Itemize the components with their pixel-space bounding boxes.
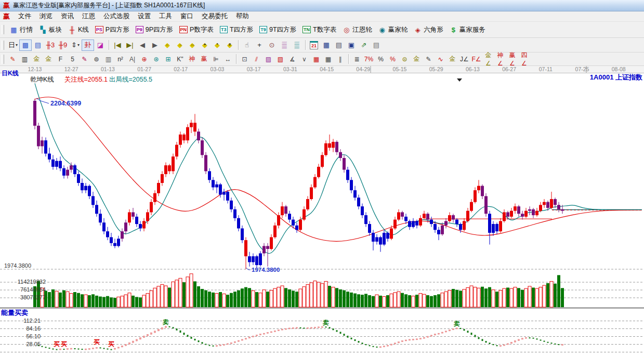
gold-underline-icon[interactable]: 金 [446,54,458,64]
width-measure-icon[interactable]: ↔ [222,54,234,64]
k-mark-icon[interactable]: K" [174,54,186,64]
four-angle-icon[interactable]: 四∠ [518,54,530,64]
diamond-star-icon[interactable]: ◆* [211,39,224,51]
toolbar-button-p-number-table[interactable]: PNP数字表 [176,24,217,36]
toolbar-button-winner-wheel[interactable]: ◉赢家轮 [375,24,411,36]
window-split-icon[interactable]: ▒ [278,39,291,51]
export-icon[interactable]: ⇗ [358,39,370,51]
gold-circle-icon[interactable]: ⊜ [399,54,411,64]
box-select-icon[interactable]: ⊡ [239,54,251,64]
gold-split2-icon[interactable]: 金 [43,54,55,64]
kline-chart-canvas[interactable]: 12-1312-2701-1301-2702-1703-0303-1703-31… [0,66,644,356]
toolbar-button-quotes[interactable]: ▦行情 [7,24,36,36]
info-report-icon[interactable]: ▤ [32,39,44,51]
pct-icon[interactable]: % [375,54,387,64]
pane-label-daily-kline[interactable]: 日K线 [2,70,19,77]
n-square-icon[interactable]: n² [114,54,126,64]
hand-tool-icon[interactable]: ☝ [241,39,253,51]
jump-last-icon[interactable]: ▶| [124,39,136,51]
j-angle-icon[interactable]: J∠ [458,54,470,64]
pen2-tool-icon[interactable]: ✎ [423,54,435,64]
brush-tool-icon[interactable]: ✎ [7,54,19,64]
diamond-right-icon[interactable]: ◆→ [174,39,186,51]
menu-item-1[interactable]: 浏览 [35,12,57,20]
gold-split-icon[interactable]: 金 [31,54,43,64]
angle-lines-icon[interactable]: ∡ [286,54,298,64]
color-histogram-icon[interactable]: ◪ [94,39,107,51]
jump-first-icon[interactable]: |◀ [111,39,124,51]
zoom-tool-icon[interactable]: ⊙ [266,39,278,51]
volume-series[interactable] [33,274,564,307]
gann-compass-icon[interactable]: ⊕ [138,54,150,64]
shen-tool-icon[interactable]: 神 [186,54,198,64]
toolbar-button-sectors[interactable]: ▚板块 [36,24,65,36]
shen-angle-icon[interactable]: 神∠ [494,54,506,64]
dropdown-marker-icon[interactable] [457,78,462,82]
bars-9-icon[interactable]: ╫9 [57,39,69,51]
spiral5-tool-icon[interactable]: 5 [67,54,78,64]
energy-indicator-series[interactable] [38,326,563,350]
bars-3-icon[interactable]: ╫3 [44,39,57,51]
ray-fan-icon[interactable]: ⫽ [251,54,262,64]
menu-item-3[interactable]: 江恩 [78,12,99,20]
menu-item-9[interactable]: 帮助 [232,12,253,20]
parallel-icon[interactable]: ∥ [334,54,346,64]
toolbar-button-kline[interactable]: ╫K线 [65,24,92,36]
calculator-icon[interactable]: ▦ [320,39,333,51]
toolbar-button-winner-service[interactable]: $赢家服务 [446,24,489,36]
gold-angle-icon[interactable]: 金∠ [482,54,494,64]
diamond-hmove-icon[interactable]: ◆↔ [186,39,199,51]
print-icon[interactable]: ▤ [370,39,383,51]
qiankun-pattern-icon[interactable]: 卦 [82,39,94,51]
net-grid-icon[interactable]: ▒ [291,39,303,51]
diamond-cross-icon[interactable]: ◆+ [199,39,211,51]
calendar-icon[interactable]: 21 [308,39,320,51]
chart-area[interactable]: 12-1312-2701-1301-2702-1703-0303-1703-31… [0,66,644,356]
diamond-left-icon[interactable]: ◆← [161,39,174,51]
chart-window-icon[interactable]: ▩ [19,39,32,51]
menu-item-2[interactable]: 资讯 [57,12,78,20]
candlestick-series[interactable] [33,99,564,269]
toolbar-button-hexagon[interactable]: ◈六角形 [411,24,446,36]
menu-item-0[interactable]: 文件 [14,12,35,20]
toolbar-button-t-number-table[interactable]: TNT数字表 [299,24,339,36]
ray-box2-icon[interactable]: ▧ [274,54,286,64]
pen-tool-icon[interactable]: ✎ [78,54,90,64]
period-dropdown[interactable]: 日▾ [7,39,19,51]
pct-line-icon[interactable]: % [387,54,399,64]
gann-ruler-icon[interactable]: ▥ [19,54,31,64]
time-ruler-icon[interactable]: ▥ [102,54,114,64]
step-back-icon[interactable]: ◀ [136,39,149,51]
grid-red-icon[interactable]: ▦ [310,54,322,64]
wave-icon[interactable]: ∿ [435,54,446,64]
f-angle-icon[interactable]: F∠ [470,54,482,64]
gann-web-icon[interactable]: ⊛ [150,54,162,64]
measure123-icon[interactable]: ⊫ [210,54,222,64]
toolbar-grip[interactable] [2,25,4,34]
ying-tool-icon[interactable]: 赢 [198,54,210,64]
pct-slope-icon[interactable]: 7% [363,54,375,64]
web-box-icon[interactable]: ⊞ [162,54,174,64]
save-icon[interactable]: ▣ [345,39,358,51]
toolbar-button-p-square[interactable]: PSP四方形 [92,24,133,36]
gold-bar-icon[interactable]: 金 [411,54,423,64]
toolbar-button-9t-square[interactable]: T99T四方形 [256,24,299,36]
cycle-circle-icon[interactable]: ⊚ [90,54,102,64]
v-line-icon[interactable]: ∨ [298,54,310,64]
ying-angle-icon[interactable]: 赢∠ [506,54,518,64]
toolbar-button-9p-square[interactable]: P99P四方形 [133,24,176,36]
bar-scale-icon[interactable]: ≣ [351,54,363,64]
menu-item-6[interactable]: 工具 [155,12,176,20]
toolbar-grip[interactable] [2,41,4,50]
menu-item-8[interactable]: 交易委托 [198,12,232,20]
mirror-icon[interactable]: A| [126,54,138,64]
menu-item-5[interactable]: 设置 [134,12,155,20]
toolbar-button-gann-wheel[interactable]: ◎江恩轮 [339,24,375,36]
menu-item-4[interactable]: 公式选股 [99,12,134,20]
candle-style-dropdown[interactable]: ⇕▾ [69,39,82,51]
symbol-label[interactable]: 1A0001 上证指数 [590,73,642,81]
notes-icon[interactable]: ▤ [333,39,345,51]
grid-dark-icon[interactable]: ▦ [322,54,334,64]
step-forward-icon[interactable]: ▶ [149,39,161,51]
ray-box-icon[interactable]: ▨ [262,54,274,64]
